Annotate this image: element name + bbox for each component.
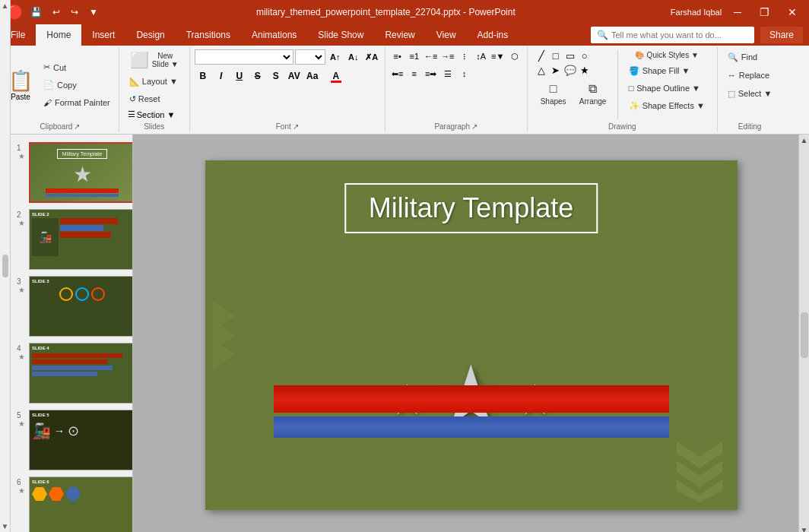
tab-animations[interactable]: Animations	[241, 24, 307, 46]
replace-button[interactable]: ↔ Replace	[722, 67, 775, 84]
justify-button[interactable]: ☰	[440, 66, 455, 81]
slide-item-6[interactable]: 6 ★ SLIDE 6	[15, 475, 129, 532]
select-icon: ⬚	[728, 89, 735, 99]
tab-slideshow[interactable]: Slide Show	[307, 24, 374, 46]
shape-triangle[interactable]: △	[535, 63, 548, 77]
align-center-button[interactable]: ≡	[407, 66, 422, 81]
arrange-button[interactable]: ⧉ Arrange	[574, 80, 612, 108]
change-case-button[interactable]: Aa	[304, 68, 321, 84]
clipboard-expand-icon[interactable]: ↗	[74, 122, 80, 131]
slide-panel-scrollbar[interactable]: ▲ ▼	[0, 135, 11, 532]
clear-formatting-button[interactable]: ✗A	[363, 49, 380, 65]
italic-button[interactable]: I	[213, 68, 230, 84]
bold-button[interactable]: B	[195, 68, 211, 84]
para-top-row: ≡• ≡1 ←≡ →≡ ⫶ ↕A ≡▼ ⬡	[390, 49, 522, 64]
restore-button[interactable]: ❐	[753, 5, 776, 20]
reset-button[interactable]: ↺ Reset	[124, 90, 183, 107]
share-button[interactable]: Share	[760, 27, 803, 43]
line-spacing-button[interactable]: ↕	[457, 66, 472, 81]
align-text-button[interactable]: ≡▼	[490, 49, 506, 64]
slide-item-2[interactable]: 2 ★ SLIDE 2 🚂	[15, 207, 129, 271]
shape-rect[interactable]: □	[549, 49, 563, 62]
numbering-button[interactable]: ≡1	[407, 49, 422, 64]
slide-thumb-1[interactable]: Military Template ★	[29, 142, 133, 203]
red-stripe-bar	[274, 385, 669, 413]
layout-button[interactable]: 📐 Layout ▼	[124, 73, 183, 90]
shadow-button[interactable]: S	[268, 68, 284, 84]
shape-callout[interactable]: 💬	[563, 63, 577, 77]
shape-effects-button[interactable]: ✨ Shape Effects ▼	[623, 97, 710, 114]
slide-title-box[interactable]: Military Template	[344, 183, 598, 233]
slide-thumb-3[interactable]: SLIDE 3	[29, 276, 133, 337]
slide-item-4[interactable]: 4 ★ SLIDE 4	[15, 341, 129, 405]
slide-item-1[interactable]: 1 ★ Military Template ★	[15, 141, 129, 204]
find-icon: 🔍	[728, 52, 738, 62]
undo-button[interactable]: ↩	[49, 5, 63, 19]
canvas-scrollbar-vertical[interactable]: ▲ ▼	[798, 135, 809, 532]
align-right-button[interactable]: ≡➡	[424, 66, 439, 81]
shape-oval[interactable]: ○	[578, 49, 592, 62]
shape-line[interactable]: ╱	[535, 49, 548, 62]
slide-thumb-6[interactable]: SLIDE 6	[29, 477, 133, 532]
tab-review[interactable]: Review	[374, 24, 425, 46]
editing-group: 🔍 Find ↔ Replace ⬚ Select ▼ Editing	[718, 47, 782, 132]
scroll-down-button[interactable]: ▼	[2, 522, 9, 530]
ribbon-search-input[interactable]	[611, 30, 748, 40]
cut-button[interactable]: ✂ Cut	[38, 59, 116, 76]
increase-indent-button[interactable]: →≡	[440, 49, 455, 64]
find-button[interactable]: 🔍 Find	[722, 49, 763, 65]
slide-thumb-5[interactable]: SLIDE 5 🚂 → ⊙	[29, 410, 133, 470]
tab-insert[interactable]: Insert	[81, 24, 125, 46]
tab-view[interactable]: View	[426, 24, 467, 46]
shape-outline-icon: □	[629, 84, 634, 93]
close-button[interactable]: ✕	[782, 5, 803, 20]
smartart-button[interactable]: ⬡	[507, 49, 522, 64]
decrease-indent-button[interactable]: ←≡	[424, 49, 439, 64]
shape-outline-button[interactable]: □ Shape Outline ▼	[623, 80, 710, 97]
slide-panel: ▲ ▼ 1 ★ Military Template ★	[0, 135, 133, 532]
shape-arrow[interactable]: ➤	[549, 63, 563, 77]
paragraph-expand-icon[interactable]: ↗	[471, 122, 477, 131]
canvas-scroll-thumb-v[interactable]	[801, 312, 808, 358]
format-painter-button[interactable]: 🖌 Format Painter	[38, 94, 116, 111]
underline-button[interactable]: U	[231, 68, 248, 84]
char-spacing-button[interactable]: AV	[286, 68, 303, 84]
font-name-select[interactable]	[195, 49, 293, 65]
columns-button[interactable]: ⫶	[457, 49, 472, 64]
tab-design[interactable]: Design	[125, 24, 175, 46]
save-button[interactable]: 💾	[27, 5, 45, 19]
bullets-button[interactable]: ≡•	[390, 49, 405, 64]
shape-rounded-rect[interactable]: ▭	[563, 49, 577, 62]
increase-font-size-button[interactable]: A↑	[327, 49, 344, 65]
tab-transitions[interactable]: Transitions	[176, 24, 241, 46]
canvas-scroll-down-button[interactable]: ▼	[801, 526, 808, 532]
shape-star[interactable]: ★	[578, 63, 592, 77]
redo-button[interactable]: ↪	[68, 5, 81, 19]
slide-item-3[interactable]: 3 ★ SLIDE 3	[15, 274, 129, 338]
font-expand-icon[interactable]: ↗	[293, 122, 299, 131]
tab-home[interactable]: Home	[36, 24, 81, 46]
quick-styles-button[interactable]: 🎨 Quick Styles ▼	[623, 49, 710, 62]
decrease-font-size-button[interactable]: A↓	[345, 49, 362, 65]
shape-fill-button[interactable]: 🪣 Shape Fill ▼	[623, 62, 710, 79]
customize-qat-button[interactable]: ▼	[86, 5, 101, 19]
copy-button[interactable]: 📄 Copy	[38, 77, 116, 93]
select-button[interactable]: ⬚ Select ▼	[722, 85, 778, 102]
strikethrough-button[interactable]: S	[249, 68, 266, 84]
font-color-button[interactable]: A	[328, 68, 344, 84]
tab-addins[interactable]: Add-ins	[467, 24, 519, 46]
svg-marker-3	[677, 442, 722, 468]
scroll-thumb[interactable]	[2, 255, 8, 277]
font-size-select[interactable]	[295, 49, 325, 65]
canvas-scroll-up-button[interactable]: ▲	[801, 136, 808, 144]
minimize-button[interactable]: ─	[728, 5, 747, 20]
slide-item-5[interactable]: 5 ★ SLIDE 5 🚂 → ⊙	[15, 408, 129, 472]
paragraph-group: ≡• ≡1 ←≡ →≡ ⫶ ↕A ≡▼ ⬡ ⬅≡ ≡ ≡➡ ☰ ↕	[385, 47, 528, 132]
text-direction-button[interactable]: ↕A	[474, 49, 489, 64]
section-button[interactable]: ☰ Section ▼	[124, 108, 183, 121]
slide-thumb-4[interactable]: SLIDE 4	[29, 343, 133, 404]
shapes-button[interactable]: □ Shapes	[535, 80, 573, 108]
align-left-button[interactable]: ⬅≡	[390, 66, 405, 81]
slide-thumb-2[interactable]: SLIDE 2 🚂	[29, 209, 133, 270]
new-slide-button[interactable]: ⬜ NewSlide ▼	[124, 49, 185, 71]
